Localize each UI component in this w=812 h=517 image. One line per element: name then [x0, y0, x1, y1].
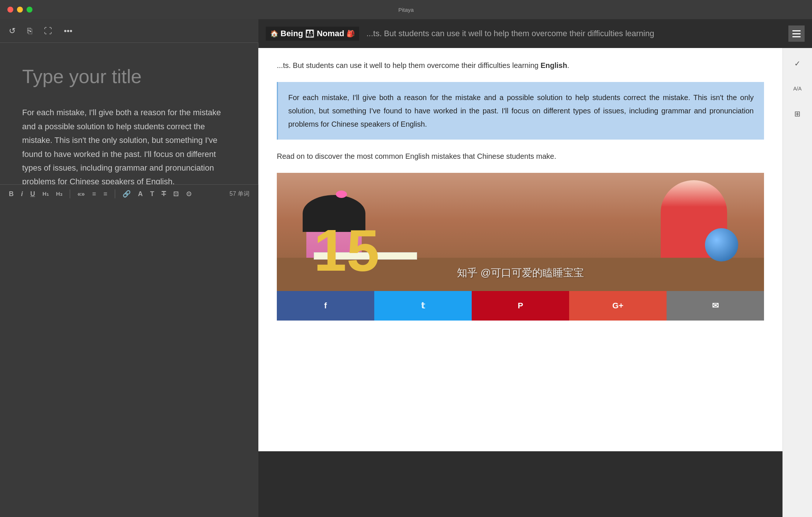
pinterest-share-button[interactable]: P — [472, 291, 569, 321]
menu-line-2 — [792, 33, 801, 34]
sidebar-check-icon[interactable]: ✓ — [789, 55, 806, 72]
link-icon[interactable]: 🔗 — [123, 190, 131, 198]
editor-content: Type your title For each mistake, I'll g… — [0, 43, 258, 203]
italic-icon[interactable]: i — [21, 190, 23, 198]
googleplus-share-button[interactable]: G+ — [569, 291, 667, 321]
share-icon[interactable]: ⎘ — [27, 26, 32, 36]
big-number: 15 — [314, 221, 379, 280]
maximize-button[interactable] — [27, 7, 32, 13]
browser-logo[interactable]: 🏠 Being 👨‍👩‍👧 Nomad 🎒 — [266, 27, 359, 41]
image-watermark: 知乎 @可口可爱的瞌睡宝宝 — [457, 266, 584, 280]
menu-line-3 — [792, 36, 801, 37]
twitter-icon: 𝕥 — [421, 301, 425, 311]
toolbar-separator-2 — [115, 189, 115, 198]
browser-nav: ...ts. But students can use it well to h… — [367, 29, 781, 38]
menu-line-1 — [792, 30, 801, 31]
more-icon[interactable]: ••• — [64, 26, 72, 36]
text-type-icon[interactable]: T — [150, 190, 154, 198]
editor-title-placeholder[interactable]: Type your title — [22, 65, 236, 88]
partial-intro-text: ...ts. But students can use it well to h… — [277, 61, 569, 69]
strikethrough-icon[interactable]: T̶ — [162, 190, 166, 198]
refresh-icon[interactable]: ↺ — [9, 26, 16, 36]
logo-person-icon: 👨‍👩‍👧 — [305, 29, 314, 38]
title-bar: Pitaya — [0, 0, 812, 19]
twitter-share-button[interactable]: 𝕥 — [374, 291, 472, 321]
sidebar-grid-icon[interactable]: ⊞ — [789, 106, 806, 122]
toolbar-separator — [70, 189, 70, 198]
email-share-button[interactable]: ✉ — [667, 291, 764, 321]
close-button[interactable] — [7, 7, 13, 13]
logo-nomad: Nomad — [317, 29, 344, 38]
browser-content: ...ts. But students can use it well to h… — [258, 48, 782, 451]
bold-icon[interactable]: B — [9, 190, 14, 198]
list-ul-icon[interactable]: ≡ — [92, 190, 96, 198]
h2-icon[interactable]: H₂ — [56, 191, 62, 197]
social-bar: f 𝕥 P G+ ✉ — [277, 291, 764, 321]
browser-menu-button[interactable] — [788, 25, 805, 42]
minimize-button[interactable] — [17, 7, 23, 13]
logo-being: Being — [281, 29, 303, 38]
logo-icon-right: 🎒 — [347, 30, 355, 38]
browser-header: 🏠 Being 👨‍👩‍👧 Nomad 🎒 ...ts. But student… — [258, 19, 812, 48]
pinterest-icon: P — [518, 301, 523, 311]
app-title: Pitaya — [398, 7, 414, 13]
hair-bow — [336, 191, 347, 198]
logo-icon-left: 🏠 — [270, 30, 278, 38]
read-on-paragraph: Read on to discover the most common Engl… — [277, 150, 764, 162]
highlighted-text: For each mistake, I'll give both a reaso… — [288, 93, 754, 128]
globe-decoration — [705, 228, 738, 261]
underline-icon[interactable]: U — [30, 190, 35, 198]
fullscreen-icon[interactable]: ⛶ — [44, 26, 52, 36]
formatting-toolbar: B i U H₁ H₂ «» ≡ ≡ 🔗 A T T̶ ⊡ ⊙ 57 单词 — [0, 184, 258, 203]
googleplus-icon: G+ — [612, 301, 623, 311]
word-count[interactable]: 57 单词 — [230, 190, 250, 198]
text-color-icon[interactable]: A — [138, 190, 143, 198]
highlighted-paragraph: For each mistake, I'll give both a reaso… — [277, 82, 764, 140]
editor-body-text[interactable]: For each mistake, I'll give both a reaso… — [22, 106, 236, 188]
facebook-icon: f — [324, 301, 327, 311]
list-ol-icon[interactable]: ≡ — [103, 190, 107, 198]
editor-toolbar: ↺ ⎘ ⛶ ••• — [0, 19, 258, 43]
email-icon: ✉ — [712, 301, 719, 311]
content-image: 15 知乎 @可口可爱的瞌睡宝宝 — [277, 173, 764, 291]
image-icon[interactable]: ⊡ — [173, 190, 179, 198]
right-sidebar: ✓ A/A ⊞ — [782, 48, 812, 517]
content-intro-paragraph: ...ts. But students can use it well to h… — [277, 59, 764, 72]
window-controls — [7, 7, 32, 13]
facebook-share-button[interactable]: f — [277, 291, 374, 321]
clock-icon[interactable]: ⊙ — [186, 190, 192, 198]
quote-icon[interactable]: «» — [78, 190, 85, 198]
sidebar-translate-icon[interactable]: A/A — [789, 81, 806, 97]
h1-icon[interactable]: H₁ — [42, 191, 49, 197]
